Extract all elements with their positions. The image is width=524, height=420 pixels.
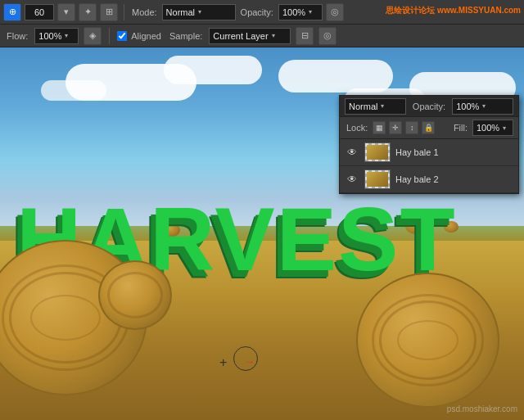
sample-value: Current Layer [213, 31, 268, 41]
clone-source-icon[interactable]: ⊞ [100, 3, 118, 21]
layer2-visibility-icon[interactable]: 👁 [345, 172, 359, 187]
layer-row-1[interactable]: 👁 Hay bale 1 [340, 139, 518, 166]
layer2-thumb-img [367, 172, 388, 187]
lock-checkerboard-icon[interactable]: ▦ [373, 121, 386, 134]
brush-size-input[interactable]: 60 [25, 4, 54, 20]
aligned-checkbox[interactable] [117, 31, 127, 41]
lock-all-icon[interactable]: 🔒 [422, 121, 435, 134]
layer-opacity-value: 100% [456, 102, 479, 111]
layer1-thumb-bg [365, 143, 390, 161]
layer2-thumb-bg [365, 170, 390, 188]
ignore-adj-icon[interactable]: ⊟ [296, 27, 314, 45]
bale-ring2 [30, 295, 101, 341]
layer-mode-value: Normal [349, 102, 377, 111]
layer-opacity-label: Opacity: [411, 102, 447, 111]
fill-value: 100% [477, 123, 499, 133]
crosshair-arrow-icon: → [244, 355, 255, 368]
aligned-label: Aligned [129, 31, 163, 41]
cloud4 [278, 60, 393, 93]
opacity-label: Opacity: [239, 7, 275, 17]
separator1 [124, 4, 124, 20]
canvas-watermark: psd.moshiaker.com [447, 404, 517, 413]
lock-brush-icon[interactable]: ↕ [405, 121, 418, 134]
layer-mode-arrow: ▾ [381, 102, 384, 110]
separator2 [109, 28, 110, 44]
hay-bale-back-left [98, 260, 172, 330]
layers-panel: Normal ▾ Opacity: 100% ▾ Lock: ▦ ✛ ↕ 🔒 F… [339, 95, 519, 194]
tablet-pressure-icon[interactable]: ◈ [84, 27, 102, 45]
layer2-name: Hay bale 2 [395, 174, 513, 184]
brush-picker-icon[interactable]: ▾ [57, 3, 75, 21]
layer-row-2[interactable]: 👁 Hay bale 2 [340, 166, 518, 193]
aligned-checkbox-row: Aligned [117, 31, 163, 41]
mode-dropdown[interactable]: Normal ▾ [162, 4, 236, 20]
hay-bale-right [356, 273, 499, 408]
flow-value: 100% [38, 31, 61, 41]
layer1-thumbnail [364, 142, 391, 162]
layer-opacity-arrow: ▾ [482, 102, 486, 110]
top-toolbar: ⊕ 60 ▾ ✦ ⊞ Mode: Normal ▾ Opacity: 100% … [0, 0, 524, 25]
layer1-visibility-icon[interactable]: 👁 [345, 145, 359, 160]
layer1-thumb-img [367, 145, 388, 160]
second-toolbar: Flow: 100% ▾ ◈ Aligned Sample: Current L… [0, 25, 524, 47]
flow-label: Flow: [5, 31, 29, 41]
cloud2 [164, 56, 262, 84]
fill-label: Fill: [452, 123, 469, 133]
tool-heal-icon[interactable]: ⊕ [3, 3, 21, 21]
opacity-dropdown[interactable]: 100% ▾ [278, 4, 323, 20]
layers-blend-row: Normal ▾ Opacity: 100% ▾ [340, 96, 518, 117]
opacity-arrow-icon: ▾ [309, 8, 312, 16]
watermark-text: 思绘设计论坛 www.MISSYUAN.com [386, 5, 521, 16]
layer-opacity-dropdown[interactable]: 100% ▾ [452, 98, 513, 115]
sample-arrow-icon: ▾ [272, 32, 275, 39]
sample-dropdown[interactable]: Current Layer ▾ [209, 28, 291, 44]
sample-label: Sample: [168, 31, 204, 41]
canvas-area: HARVEST + → psd.moshiaker.com Normal ▾ O… [0, 47, 524, 420]
bale-ring4 [397, 320, 458, 359]
opacity-value: 100% [282, 7, 305, 17]
fill-arrow: ▾ [503, 124, 506, 132]
airbrush-icon[interactable]: ◎ [326, 3, 344, 21]
flow-dropdown[interactable]: 100% ▾ [34, 28, 79, 44]
mode-value: Normal [166, 7, 195, 17]
lock-move-icon[interactable]: ✛ [389, 121, 402, 134]
layer2-thumbnail [364, 169, 391, 189]
tablet-icon[interactable]: ✦ [79, 3, 97, 21]
cloud3 [41, 80, 106, 101]
layer1-name: Hay bale 1 [395, 147, 513, 157]
bale-ring3 [379, 300, 477, 380]
offset-icon[interactable]: ◎ [318, 27, 337, 45]
mode-label: Mode: [130, 7, 159, 17]
crosshair-plus-icon: + [219, 355, 227, 370]
mode-arrow-icon: ▾ [198, 8, 201, 16]
layers-lock-row: Lock: ▦ ✛ ↕ 🔒 Fill: 100% ▾ [340, 117, 518, 139]
fill-dropdown[interactable]: 100% ▾ [472, 120, 513, 136]
lock-label: Lock: [345, 123, 369, 133]
flow-arrow-icon: ▾ [65, 32, 68, 39]
layer-mode-dropdown[interactable]: Normal ▾ [345, 98, 406, 115]
